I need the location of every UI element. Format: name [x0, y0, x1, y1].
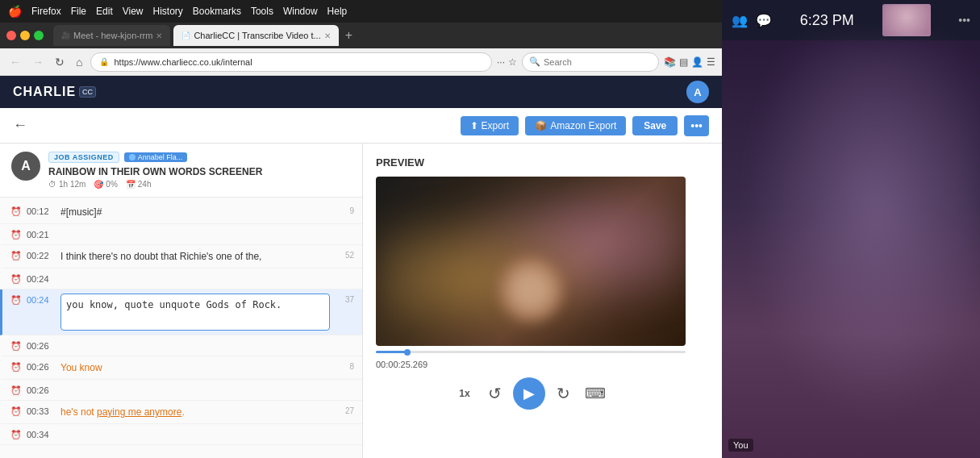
- meeting-top-bar: 👥 💬 6:23 PM •••: [722, 0, 980, 40]
- back-nav-button[interactable]: ←: [6, 54, 24, 70]
- os-menu-file[interactable]: File: [71, 6, 86, 17]
- transcript-text-6: You know: [60, 360, 330, 375]
- url-text: https://www.charliecc.co.uk/internal: [114, 57, 252, 67]
- toolbar: ← ⬆ Export 📦 Amazon Export Save •••: [0, 108, 722, 144]
- os-menu-firefox[interactable]: Firefox: [31, 6, 61, 17]
- transcript-list: ⏰ 00:12 #[music]# 9 ⏰ 00:21: [0, 198, 362, 458]
- transcript-row: ⏰ 00:22 I think there's no doubt that Ri…: [0, 245, 362, 269]
- preview-label: PREVIEW: [376, 156, 709, 169]
- bookmark-button[interactable]: ☆: [508, 56, 517, 68]
- sync-button[interactable]: 👤: [691, 56, 703, 68]
- play-icon: ▶: [523, 385, 535, 402]
- transcript-row: ⏰ 00:33 he's not paying me anymore. 27: [0, 401, 362, 424]
- rewind-button[interactable]: ↺: [485, 381, 505, 406]
- search-icon: 🔍: [529, 56, 540, 67]
- time-code-8: 00:33: [27, 406, 56, 416]
- os-menu-history[interactable]: History: [153, 6, 183, 17]
- char-count-8: 27: [335, 406, 354, 415]
- menu-button[interactable]: ☰: [707, 56, 715, 68]
- back-button[interactable]: ←: [13, 117, 27, 134]
- transcript-text-0: #[music]#: [60, 205, 330, 219]
- clock-icon-5: ⏰: [10, 341, 22, 352]
- progress-line[interactable]: [376, 351, 686, 353]
- sidebar-toggle-button[interactable]: ▤: [679, 56, 688, 68]
- job-badges: JOB ASSIGNED Annabel Fla...: [48, 152, 351, 163]
- header-avatar[interactable]: A: [686, 81, 709, 103]
- clock-icon-3: ⏰: [10, 274, 22, 285]
- os-menu-bookmarks[interactable]: Bookmarks: [193, 6, 241, 17]
- time-display: 00:00:25.269: [376, 360, 427, 369]
- clock-icon-4: ⏰: [10, 295, 22, 306]
- more-button[interactable]: •••: [684, 115, 709, 136]
- time-code-3: 00:24: [27, 274, 56, 284]
- window-maximize-btn[interactable]: [34, 31, 44, 40]
- play-button[interactable]: ▶: [513, 377, 545, 410]
- charlie-logo-text: CHARLIE: [13, 85, 76, 99]
- meeting-video-bg: [722, 40, 980, 458]
- url-bar[interactable]: 🔒 https://www.charliecc.co.uk/internal: [90, 52, 492, 72]
- transcript-row: ⏰ 00:12 #[music]# 9: [0, 201, 362, 224]
- assignee-dot: [129, 154, 136, 160]
- amazon-export-button[interactable]: 📦 Amazon Export: [525, 116, 626, 135]
- progress-dot: [404, 349, 411, 356]
- tab-charlie[interactable]: 📄 CharlieCC | Transcribe Video t... ✕: [173, 25, 338, 46]
- assignee-name: Annabel Fla...: [138, 153, 183, 161]
- transcript-text-8: he's not paying me anymore.: [60, 405, 330, 419]
- chat-icon: 💬: [756, 13, 772, 28]
- keyboard-button[interactable]: ⌨: [582, 381, 609, 406]
- export-button[interactable]: ⬆ Export: [461, 116, 519, 135]
- meta-duration-value: 1h 12m: [59, 180, 85, 189]
- cc-badge: CC: [79, 86, 96, 98]
- clock-icon-7: ⏰: [10, 385, 22, 396]
- os-menu-window[interactable]: Window: [283, 6, 318, 17]
- new-tab-button[interactable]: +: [342, 28, 356, 43]
- app-container: CHARLIE CC A ← ⬆ Export 📦 Amazon: [0, 76, 722, 458]
- extensions-button[interactable]: ···: [497, 56, 505, 68]
- time-code-4: 00:24: [27, 295, 56, 305]
- browser-search-bar[interactable]: 🔍: [522, 52, 659, 72]
- left-panel: A JOB ASSIGNED Annabel Fla... RAINBOW IN…: [0, 144, 363, 458]
- tab-charlie-close[interactable]: ✕: [324, 31, 331, 40]
- time-code-6: 00:26: [27, 362, 56, 372]
- transcript-row-active[interactable]: ⏰ 00:24 you know, quote unquote Gods of …: [0, 289, 362, 335]
- meeting-time: 6:23 PM: [800, 12, 854, 29]
- job-avatar: A: [11, 152, 40, 181]
- home-button[interactable]: ⌂: [73, 54, 85, 70]
- char-count-4: 37: [335, 295, 354, 304]
- transcript-text-2: I think there's no doubt that Richie's o…: [60, 249, 330, 264]
- clock-icon: ⏱: [48, 180, 56, 189]
- library-button[interactable]: 📚: [664, 56, 676, 68]
- speed-button[interactable]: 1x: [452, 385, 476, 402]
- os-menu-tools[interactable]: Tools: [251, 6, 273, 17]
- meeting-participant-thumb: [882, 4, 931, 36]
- forward-nav-button[interactable]: →: [29, 54, 47, 70]
- tab-meet-close[interactable]: ✕: [156, 31, 162, 40]
- reload-button[interactable]: ↻: [52, 54, 68, 70]
- right-panel: PREVIEW 00:00:25.269: [363, 144, 722, 458]
- meta-deadline: 📅 24h: [126, 180, 152, 189]
- tab-meet-label: Meet - hew-kjon-rrm: [73, 31, 152, 40]
- transcript-input-active[interactable]: you know, quote unquote Gods of Rock.: [60, 294, 330, 331]
- export-label: Export: [482, 120, 510, 131]
- os-menu-view[interactable]: View: [123, 6, 144, 17]
- meeting-participant-label: You: [728, 439, 753, 452]
- os-menu-edit[interactable]: Edit: [96, 6, 113, 17]
- meeting-more-button[interactable]: •••: [958, 14, 970, 27]
- save-button[interactable]: Save: [632, 116, 678, 135]
- transcript-row: ⏰ 00:21: [0, 224, 362, 245]
- amazon-icon: 📦: [535, 120, 547, 131]
- window-close-btn[interactable]: [6, 31, 16, 40]
- tab-charlie-label: CharlieCC | Transcribe Video t...: [194, 31, 320, 40]
- clock-icon-6: ⏰: [10, 362, 22, 373]
- time-code-9: 00:34: [27, 430, 56, 439]
- amazon-export-label: Amazon Export: [550, 120, 616, 131]
- apple-icon[interactable]: 🍎: [8, 5, 22, 18]
- forward-button[interactable]: ↻: [553, 381, 573, 406]
- os-menu-help[interactable]: Help: [327, 6, 348, 17]
- window-minimize-btn[interactable]: [20, 31, 30, 40]
- tab-meet[interactable]: 🎥 Meet - hew-kjon-rrm ✕: [53, 25, 170, 46]
- char-count-2: 52: [335, 251, 354, 260]
- search-input[interactable]: [544, 57, 632, 67]
- progress-fill: [376, 351, 407, 353]
- time-code-7: 00:26: [27, 385, 56, 395]
